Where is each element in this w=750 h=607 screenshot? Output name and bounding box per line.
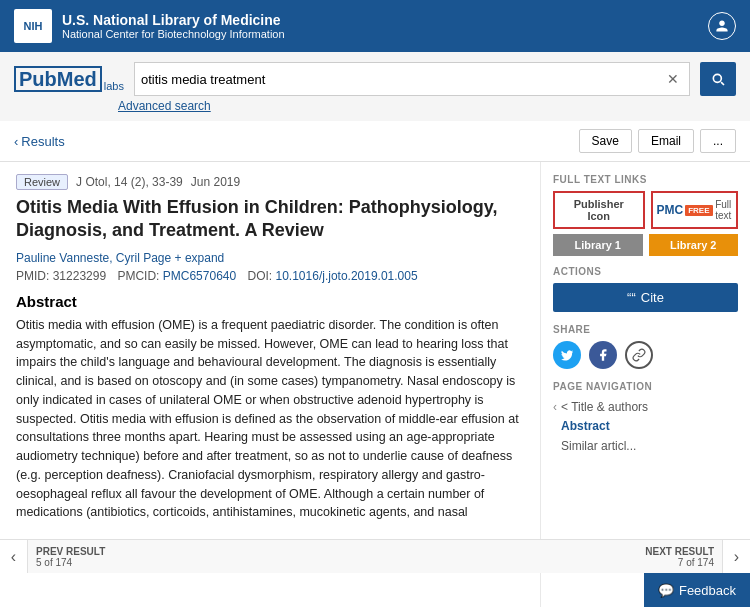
ft-row-2: Library 1 Library 2 [553,234,738,256]
prev-result-label: PREV RESULT [36,546,105,557]
prev-result-count: 5 of 174 [36,557,105,568]
article-title: Otitis Media With Effusion in Children: … [16,196,524,243]
results-back-link[interactable]: ‹ Results [14,134,65,149]
search-button[interactable] [700,62,736,96]
pmc-logo: PMC [657,203,684,217]
abstract-text: Otitis media with effusion (OME) is a fr… [16,316,524,522]
save-button[interactable]: Save [579,129,632,153]
prev-result-button[interactable]: ‹ [0,540,28,573]
pubmed-logo: PubMed labs [14,66,124,92]
link-icon [632,348,646,362]
advanced-search-link[interactable]: Advanced search [118,99,736,113]
feedback-button[interactable]: 💬 Feedback [644,573,750,607]
review-badge: Review [16,174,68,190]
feedback-label: Feedback [679,583,736,598]
search-input-wrap: ✕ [134,62,690,96]
feedback-icon: 💬 [658,583,674,598]
search-input[interactable] [141,72,663,87]
facebook-share-button[interactable] [589,341,617,369]
page-nav-title: PAGE NAVIGATION [553,381,738,392]
search-icon [710,71,726,87]
copy-link-button[interactable] [625,341,653,369]
article-ids: PMID: 31223299 PMCID: PMC6570640 DOI: 10… [16,269,524,283]
toolbar: ‹ Results Save Email ... [0,121,750,162]
user-svg [715,19,729,33]
pmc-full-text-button[interactable]: PMC FREE Full text [651,191,739,229]
user-icon[interactable] [708,12,736,40]
next-result-count: 7 of 174 [678,557,714,568]
toolbar-actions: Save Email ... [579,129,736,153]
twitter-share-button[interactable] [553,341,581,369]
library2-button[interactable]: Library 2 [649,234,739,256]
pmcid-link[interactable]: PMC6570640 [163,269,236,283]
free-badge: FREE [685,205,712,216]
page-header: NIH U.S. National Library of Medicine Na… [0,0,750,52]
fulltext-label: Full text [715,199,732,221]
org-name: U.S. National Library of Medicine [62,12,285,29]
full-text-title: FULL TEXT LINKS [553,174,738,185]
library1-button[interactable]: Library 1 [553,234,643,256]
actions-title: ACTIONS [553,266,738,277]
more-button[interactable]: ... [700,129,736,153]
nav-title-authors[interactable]: ‹ < Title & authors [553,398,738,416]
cite-icon: ““ [627,290,636,305]
full-text-links-section: FULL TEXT LINKS Publisher Icon PMC FREE … [553,174,738,256]
email-button[interactable]: Email [638,129,694,153]
page-nav-section: PAGE NAVIGATION ‹ < Title & authors Abst… [553,381,738,456]
nih-text: U.S. National Library of Medicine Nation… [62,12,285,41]
next-result-button[interactable]: › [722,540,750,573]
share-title: SHARE [553,324,738,335]
search-bar: PubMed labs ✕ Advanced search [0,52,750,121]
header-left: NIH U.S. National Library of Medicine Na… [14,9,285,43]
abstract-title: Abstract [16,293,524,310]
prev-next-bar: ‹ PREV RESULT 5 of 174 NEXT RESULT 7 of … [0,539,750,573]
org-sub: National Center for Biotechnology Inform… [62,28,285,40]
next-result-label: NEXT RESULT [645,546,714,557]
nav-abstract-item[interactable]: Abstract [553,416,738,436]
article-meta-top: Review J Otol, 14 (2), 33-39 Jun 2019 [16,174,524,190]
publisher-icon-button[interactable]: Publisher Icon [553,191,645,229]
twitter-icon [560,348,574,362]
cite-label: Cite [641,290,664,305]
prev-result-info: PREV RESULT 5 of 174 [28,540,113,573]
share-icons [553,341,738,369]
actions-section: ACTIONS ““ Cite [553,266,738,312]
labs-label: labs [104,81,124,92]
doi-link[interactable]: 10.1016/j.joto.2019.01.005 [276,269,418,283]
article-date: Jun 2019 [191,175,240,189]
nav-similar-item[interactable]: Similar articl... [553,436,738,456]
chevron-left-icon: ‹ [14,134,18,149]
cite-button[interactable]: ““ Cite [553,283,738,312]
facebook-icon [596,348,610,362]
nih-logo: NIH [14,9,52,43]
article-authors: Pauline Vanneste, Cyril Page + expand [16,251,524,265]
chevron-left-nav-icon: ‹ [553,400,557,414]
clear-search-button[interactable]: ✕ [663,71,683,87]
ft-row-1: Publisher Icon PMC FREE Full text [553,191,738,229]
share-section: SHARE [553,324,738,369]
expand-link[interactable]: + expand [175,251,225,265]
article-journal: J Otol, 14 (2), 33-39 [76,175,183,189]
pubmed-box: PubMed [14,66,102,92]
